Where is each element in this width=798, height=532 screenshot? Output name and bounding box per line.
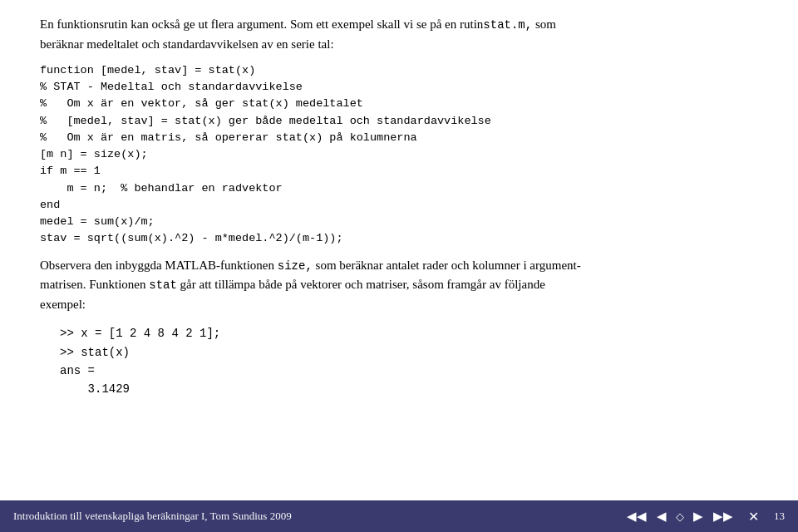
intro-text-2: som [532,17,556,31]
observera-text-line2: matrisen. Funktionen [40,278,149,291]
prev-page-button[interactable]: ◀ [653,507,670,525]
observera-size: size, [278,259,313,273]
intro-paragraph: En funktionsrutin kan också ge ut flera … [40,15,758,54]
main-code-block: function [medel, stav] = stat(x) % STAT … [40,62,758,248]
observera-stat: stat [149,278,177,292]
observera-paragraph: Observera den inbyggda MATLAB-funktionen… [40,256,758,315]
first-page-button[interactable]: ◀◀ [623,507,650,525]
observera-text-line2b: går att tillämpa både på vektorer och ma… [177,278,545,291]
diamond-button[interactable]: ◇ [673,509,687,525]
observera-text-pre: Observera den inbyggda MATLAB-funktionen [40,259,278,272]
bottom-bar: Introduktion till vetenskapliga beräknin… [0,500,798,532]
main-content: En funktionsrutin kan också ge ut flera … [0,0,798,499]
page-number: 13 [774,510,785,523]
footer-title: Introduktion till vetenskapliga beräknin… [13,510,292,523]
navigation-controls: ◀◀ ◀ ◇ ▶ ▶▶ ✕ 13 [623,507,785,526]
intro-text-1: En funktionsrutin kan också ge ut flera … [40,17,483,31]
last-page-button[interactable]: ▶▶ [710,507,736,525]
observera-text-line3: exempel: [40,298,86,311]
intro-text-3: beräknar medeltalet och standardavvikels… [40,37,334,51]
observera-text-post: som beräknar antalet rader och kolumner … [313,259,581,272]
close-button[interactable]: ✕ [743,507,764,526]
next-page-button[interactable]: ▶ [690,507,707,525]
example-code-block: >> x = [1 2 4 8 4 2 1]; >> stat(x) ans =… [60,324,758,399]
intro-stat: stat.m, [483,18,532,32]
